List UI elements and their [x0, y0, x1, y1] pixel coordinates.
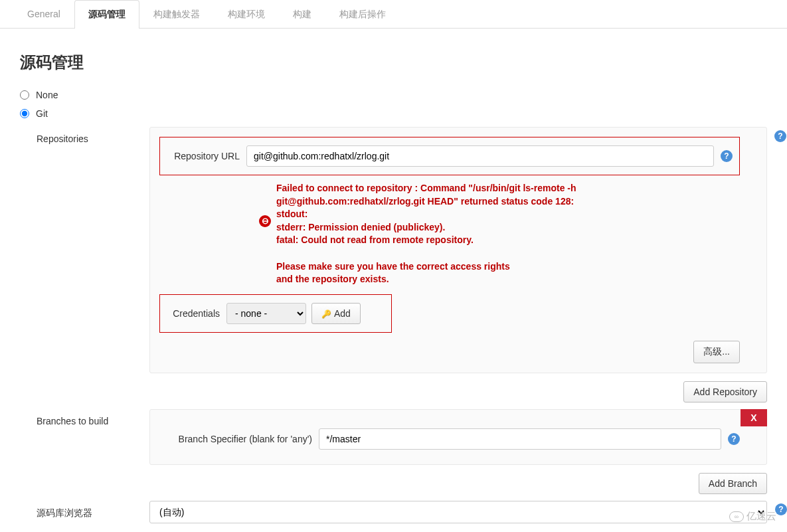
- tab-post[interactable]: 构建后操作: [325, 0, 400, 29]
- error-text: Failed to connect to repository : Comman…: [276, 182, 576, 286]
- add-branch-button[interactable]: Add Branch: [699, 473, 767, 494]
- scm-option-git[interactable]: Git: [20, 108, 767, 119]
- delete-branch-button[interactable]: X: [741, 409, 767, 426]
- tab-general[interactable]: General: [13, 0, 74, 29]
- help-icon[interactable]: ?: [774, 130, 786, 142]
- browser-label: 源码库浏览器: [37, 501, 149, 519]
- watermark: ∞ 亿速云: [729, 510, 776, 523]
- radio-none[interactable]: [20, 90, 29, 100]
- branch-specifier-input[interactable]: [319, 428, 721, 450]
- scm-option-none[interactable]: None: [20, 90, 767, 100]
- help-icon[interactable]: ?: [775, 503, 787, 515]
- repositories-label: Repositories: [37, 127, 149, 144]
- repo-url-input[interactable]: [246, 145, 714, 167]
- branch-specifier-label: Branch Specifier (blank for 'any'): [159, 434, 319, 444]
- help-icon[interactable]: ?: [728, 433, 740, 445]
- advanced-button[interactable]: 高级...: [693, 341, 740, 363]
- tab-scm[interactable]: 源码管理: [74, 0, 139, 29]
- tab-triggers[interactable]: 构建触发器: [139, 0, 214, 29]
- tab-env[interactable]: 构建环境: [214, 0, 279, 29]
- error-icon: ⊖: [259, 215, 271, 227]
- key-icon: 🔑: [321, 310, 331, 319]
- radio-none-label: None: [36, 90, 58, 100]
- section-title: 源码管理: [20, 52, 767, 73]
- config-tabs: General 源码管理 构建触发器 构建环境 构建 构建后操作: [0, 0, 787, 29]
- add-credentials-button[interactable]: 🔑Add: [311, 303, 361, 324]
- tab-build[interactable]: 构建: [279, 0, 325, 29]
- credentials-select[interactable]: - none -: [226, 303, 306, 324]
- error-block: ⊖ Failed to connect to repository : Comm…: [259, 182, 740, 286]
- repo-url-label: Repository URL: [167, 151, 246, 161]
- branches-label: Branches to build: [37, 409, 149, 426]
- radio-git-label: Git: [36, 108, 48, 119]
- credentials-label: Credentials: [167, 308, 226, 319]
- radio-git[interactable]: [20, 109, 29, 118]
- branches-panel: X Branch Specifier (blank for 'any') ?: [149, 409, 767, 465]
- repositories-panel: ? Repository URL ? ⊖ Failed to connect t…: [149, 127, 767, 373]
- help-icon[interactable]: ?: [721, 150, 733, 162]
- cloud-icon: ∞: [729, 511, 744, 522]
- browser-select[interactable]: (自动): [149, 501, 767, 523]
- content-area: 源码管理 None Git Repositories ? Repository …: [0, 29, 787, 532]
- add-repository-button[interactable]: Add Repository: [683, 381, 767, 402]
